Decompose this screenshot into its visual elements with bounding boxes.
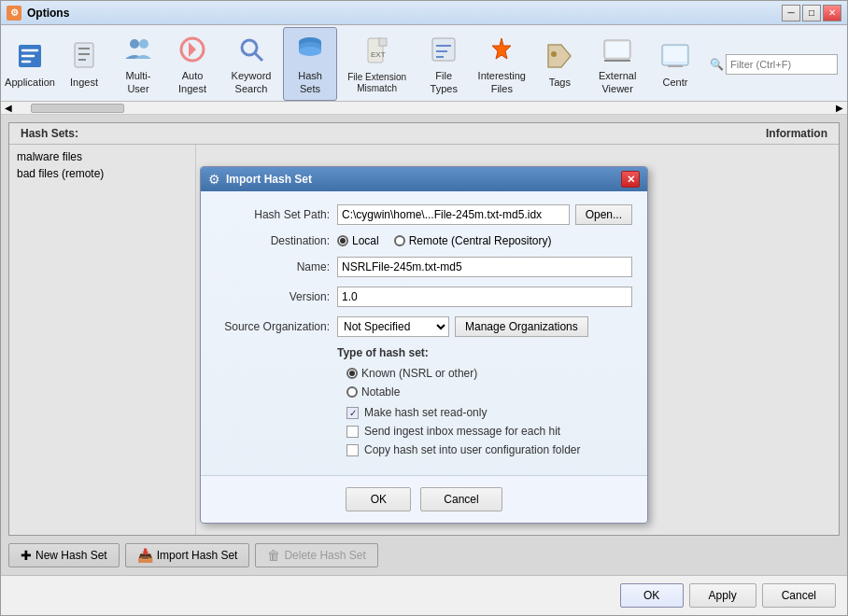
dialog-footer: OK Cancel	[201, 475, 647, 523]
name-row: Name:	[216, 257, 632, 277]
file-extension-mismatch-icon: EXT	[360, 35, 394, 68]
toolbar-interesting-files[interactable]: Interesting Files	[471, 27, 532, 101]
main-window: ⚙ Options ─ □ ✕ Application Ingest Multi…	[0, 0, 848, 616]
toolbar-application[interactable]: Application	[3, 27, 57, 101]
toolbar-file-types[interactable]: File Types	[417, 27, 471, 101]
destination-label: Destination:	[216, 234, 337, 247]
svg-rect-28	[668, 65, 683, 67]
toolbar-interesting-files-label: Interesting Files	[478, 70, 526, 94]
toolbar-tags-label: Tags	[549, 77, 571, 89]
manage-organizations-button[interactable]: Manage Organizations	[455, 316, 588, 337]
dialog-title-icon: ⚙	[208, 172, 220, 187]
svg-point-6	[139, 39, 148, 49]
toolbar-hash-sets-label: Hash Sets	[291, 70, 329, 94]
version-row: Version:	[216, 287, 632, 307]
toolbar-file-extension-mismatch[interactable]: EXT File Extension Mismatch	[337, 27, 417, 101]
source-org-select[interactable]: Not Specified	[337, 316, 449, 337]
hash-type-section: Type of hash set: Known (NSRL or other) …	[216, 346, 632, 399]
file-types-icon	[427, 33, 460, 66]
application-icon	[13, 39, 47, 73]
close-button[interactable]: ✕	[823, 5, 841, 21]
toolbar-multi-user-label: Multi-User	[120, 70, 157, 94]
hash-set-path-input[interactable]	[337, 204, 570, 225]
auto-ingest-icon	[176, 33, 209, 66]
dialog-close-button[interactable]: ✕	[621, 171, 640, 188]
scroll-right-arrow[interactable]: ▶	[836, 103, 843, 113]
destination-radio-group: Local Remote (Central Repository)	[337, 234, 551, 247]
toolbar-multi-user[interactable]: Multi-User	[111, 27, 165, 101]
window-title: Options	[27, 7, 782, 20]
centr-icon	[658, 39, 692, 73]
cancel-button[interactable]: Cancel	[762, 583, 836, 608]
scroll-thumb[interactable]	[31, 104, 124, 113]
toolbar-external-viewer[interactable]: External Viewer	[587, 27, 648, 101]
toolbar-auto-ingest[interactable]: Auto Ingest	[165, 27, 219, 101]
svg-rect-16	[379, 38, 387, 46]
svg-rect-27	[664, 47, 686, 62]
hash-set-path-label: Hash Set Path:	[216, 208, 337, 221]
type-notable-label: Notable	[361, 385, 400, 399]
hash-sets-icon	[293, 33, 327, 66]
toolbar-application-label: Application	[5, 77, 55, 89]
type-notable-row: Notable	[216, 385, 632, 399]
destination-remote-option[interactable]: Remote (Central Repository)	[394, 234, 552, 247]
tags-icon	[543, 39, 576, 73]
svg-text:EXT: EXT	[371, 50, 386, 59]
toolbar-centr[interactable]: Centr	[648, 27, 702, 101]
toolbar-auto-ingest-label: Auto Ingest	[174, 70, 211, 94]
type-known-row: Known (NSRL or other)	[216, 367, 632, 380]
type-known-radio[interactable]	[346, 368, 358, 379]
toolbar-keyword-search-label: Keyword Search	[228, 70, 275, 94]
horizontal-scrollbar[interactable]: ◀ ▶	[1, 102, 847, 115]
external-viewer-icon	[601, 33, 634, 66]
search-input[interactable]	[726, 54, 838, 75]
type-notable-option[interactable]: Notable	[346, 385, 400, 399]
minimize-button[interactable]: ─	[782, 5, 800, 21]
toolbar-file-types-label: File Types	[425, 70, 462, 94]
interesting-files-icon	[485, 33, 518, 66]
toolbar-keyword-search[interactable]: Keyword Search	[219, 27, 283, 101]
type-label: Type of hash set:	[216, 346, 632, 359]
hash-set-path-row: Hash Set Path: Open...	[216, 204, 632, 225]
destination-local-radio[interactable]	[337, 235, 348, 246]
maximize-button[interactable]: □	[802, 5, 821, 21]
destination-local-option[interactable]: Local	[337, 234, 379, 247]
scroll-left-arrow[interactable]: ◀	[5, 103, 12, 113]
ok-button[interactable]: OK	[620, 583, 684, 608]
make-readonly-label: Make hash set read-only	[364, 406, 487, 419]
title-bar: ⚙ Options ─ □ ✕	[1, 1, 847, 25]
search-area: 🔍	[702, 27, 845, 101]
destination-local-label: Local	[352, 234, 379, 247]
type-known-option[interactable]: Known (NSRL or other)	[346, 367, 477, 380]
send-ingest-checkbox[interactable]	[346, 426, 359, 438]
title-bar-buttons: ─ □ ✕	[782, 5, 841, 21]
ingest-icon	[67, 39, 101, 73]
svg-rect-24	[606, 42, 629, 57]
name-input[interactable]	[337, 257, 632, 277]
source-org-row: Source Organization: Not Specified Manag…	[216, 316, 632, 337]
dialog-overlay: ⚙ Import Hash Set ✕ Hash Set Path: Open.…	[1, 115, 847, 575]
svg-line-9	[255, 53, 262, 61]
open-button[interactable]: Open...	[575, 204, 632, 225]
apply-button[interactable]: Apply	[689, 583, 756, 608]
dialog-cancel-button[interactable]: Cancel	[420, 487, 502, 511]
version-input[interactable]	[337, 287, 632, 307]
toolbar-tags[interactable]: Tags	[532, 27, 587, 101]
type-known-label: Known (NSRL or other)	[361, 367, 477, 380]
toolbar-hash-sets[interactable]: Hash Sets	[283, 27, 337, 101]
make-readonly-checkbox[interactable]: ✓	[346, 407, 359, 419]
type-notable-radio[interactable]	[346, 386, 358, 398]
copy-hash-checkbox[interactable]	[346, 444, 359, 456]
main-content: Hash Sets: Information malware files bad…	[1, 115, 847, 575]
version-label: Version:	[216, 290, 337, 303]
send-ingest-row: Send ingest inbox message for each hit	[216, 425, 632, 438]
svg-point-5	[130, 39, 139, 49]
toolbar-ingest[interactable]: Ingest	[57, 27, 111, 101]
search-icon: 🔍	[710, 58, 724, 71]
destination-remote-radio[interactable]	[394, 235, 405, 246]
destination-row: Destination: Local Remote (Central Repos…	[216, 234, 632, 247]
svg-point-22	[551, 51, 557, 57]
dialog-ok-button[interactable]: OK	[346, 487, 411, 511]
toolbar-centr-label: Centr	[663, 77, 688, 89]
multi-user-icon	[121, 33, 155, 66]
